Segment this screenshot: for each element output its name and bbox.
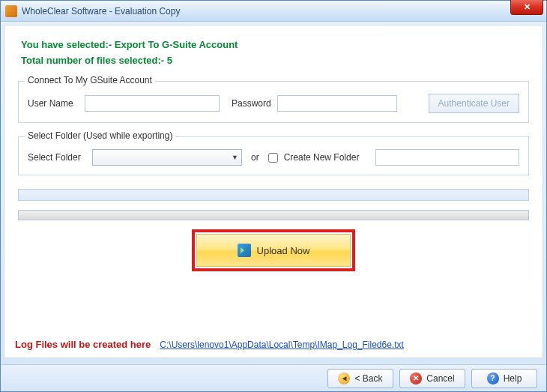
footer-bar: ◄ < Back ✕ Cancel ? Help — [1, 364, 546, 391]
help-button[interactable]: ? Help — [471, 369, 537, 388]
close-button[interactable]: ✕ — [510, 0, 543, 15]
folder-fieldset: Select Folder (Used while exporting) Sel… — [18, 136, 529, 175]
or-text: or — [251, 152, 259, 163]
app-window: WholeClear Software - Evaluation Copy ✕ … — [0, 0, 547, 392]
log-path-link[interactable]: C:\Users\lenovo1\AppData\Local\Temp\IMap… — [160, 340, 404, 350]
titlebar: WholeClear Software - Evaluation Copy ✕ — [1, 1, 546, 22]
authenticate-button[interactable]: Authenticate User — [429, 94, 519, 113]
select-folder-dropdown[interactable]: ▼ — [92, 149, 242, 166]
log-label: Log Files will be created here — [15, 339, 151, 350]
folder-legend: Select Folder (Used while exporting) — [25, 130, 175, 141]
upload-icon — [238, 244, 251, 257]
close-icon: ✕ — [524, 2, 531, 12]
back-button[interactable]: ◄ < Back — [327, 369, 393, 388]
create-folder-label: Create New Folder — [284, 152, 360, 163]
help-label: Help — [504, 373, 522, 384]
content-area: You have selected:- Export To G-Suite Ac… — [4, 25, 543, 358]
progress-bar-1 — [18, 189, 529, 201]
select-folder-label: Select Folder — [28, 152, 86, 163]
connect-legend: Connect To My GSuite Account — [25, 75, 155, 85]
back-label: < Back — [354, 373, 382, 384]
password-label: Password — [232, 98, 271, 109]
username-input[interactable] — [85, 95, 220, 112]
cancel-label: Cancel — [426, 373, 454, 384]
help-icon: ? — [487, 373, 499, 385]
progress-bar-2 — [18, 210, 529, 220]
password-input[interactable] — [277, 95, 397, 112]
window-title: WholeClear Software - Evaluation Copy — [22, 6, 180, 16]
create-folder-input[interactable] — [375, 149, 519, 166]
back-icon: ◄ — [338, 373, 350, 385]
log-row: Log Files will be created here C:\Users\… — [15, 339, 532, 350]
create-folder-checkbox[interactable] — [268, 153, 278, 163]
connect-fieldset: Connect To My GSuite Account User Name P… — [18, 81, 529, 123]
username-label: User Name — [28, 98, 79, 109]
app-icon — [5, 5, 17, 17]
cancel-button[interactable]: ✕ Cancel — [399, 369, 465, 388]
chevron-down-icon: ▼ — [232, 154, 238, 161]
upload-now-button[interactable]: Upload Now — [196, 234, 351, 267]
cancel-icon: ✕ — [410, 373, 422, 385]
upload-highlight: Upload Now — [192, 229, 355, 271]
total-summary: Total number of files selected:- 5 — [21, 55, 529, 66]
upload-label: Upload Now — [257, 245, 310, 256]
selected-summary: You have selected:- Export To G-Suite Ac… — [21, 39, 529, 50]
